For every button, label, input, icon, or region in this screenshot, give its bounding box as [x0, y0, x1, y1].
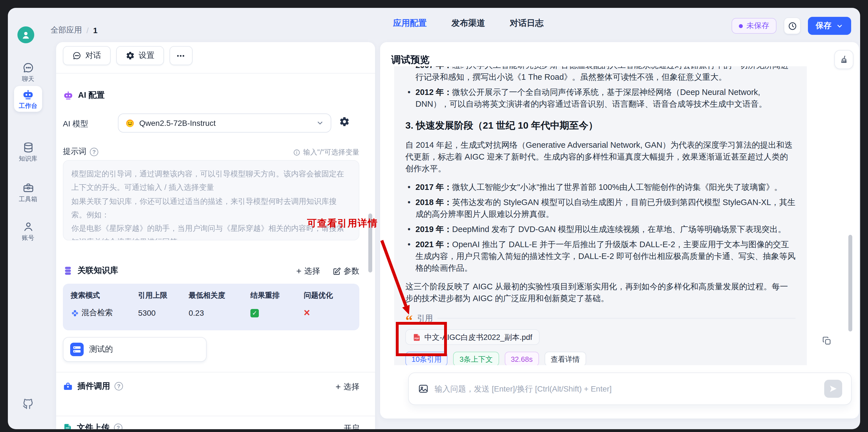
message-paragraph: 这三个阶段反映了 AIGC 从最初的实验性项目到逐渐实用化，再到如今的多样化和高…	[405, 281, 796, 305]
dataset-name: 测试的	[89, 344, 113, 354]
sidebar-item-toolbox[interactable]: 工具箱	[8, 182, 48, 203]
variable-hint-text: 输入"/"可选择变量	[303, 148, 359, 157]
tab-app-config[interactable]: 应用配置	[393, 18, 427, 29]
annotation-highlight-box	[396, 322, 447, 356]
list-item: 2018 年：英伟达发布的 StyleGAN 模型可以自动生成图片，目前已升级到…	[406, 197, 796, 220]
clear-chat-button[interactable]	[834, 50, 854, 69]
file-upload-header: 文件上传 ?	[63, 423, 122, 429]
sidebar-item-account[interactable]: 账号	[8, 221, 48, 241]
kb-select-button[interactable]: + 选择	[296, 266, 320, 277]
chat-input-bar	[408, 372, 852, 405]
kb-select-label: 选择	[304, 266, 320, 277]
chat-test-label: 对话	[85, 51, 101, 61]
more-icon: •••	[177, 52, 185, 59]
message-heading: 3. 快速发展阶段（21 世纪 10 年代中期至今）	[405, 119, 796, 133]
file-upload-status[interactable]: 开启	[344, 424, 359, 429]
sidebar-label: 知识库	[19, 155, 37, 162]
item-text: DeepMind 发布了 DVD-GAN 模型用以生成连续视频，在草地、广场等明…	[452, 225, 786, 234]
help-icon[interactable]: ?	[90, 147, 98, 156]
chat-input[interactable]	[435, 384, 818, 393]
list-item: 2012 年：微软公开展示了一个全自动同声传译系统，基于深层神经网络（Deep …	[406, 87, 796, 110]
citation-divider	[437, 318, 796, 318]
year-label: 2007 年：	[415, 66, 452, 70]
sidebar-item-datasets[interactable]: 知识库	[8, 142, 48, 162]
kb-query-extension-value: ×	[304, 308, 351, 318]
list-item: 2017 年：微软人工智能少女"小冰"推出了世界首部 100%由人工智能创作的诗…	[406, 181, 796, 193]
breadcrumb-root[interactable]: 全部应用	[51, 25, 82, 35]
settings-button[interactable]: 设置	[116, 46, 164, 65]
sidebar: 聊天 工作台 知识库 工具箱 账号	[8, 44, 48, 429]
ai-config-header: AI 配置	[63, 90, 105, 100]
kb-table-row: 混合检索 5300 0.23 ✓ ×	[71, 308, 351, 318]
divider	[56, 416, 375, 416]
divider	[56, 73, 375, 74]
year-label: 2017 年：	[415, 182, 452, 192]
config-toolbar: 对话 设置 •••	[63, 46, 192, 65]
year-label: 2018 年：	[415, 198, 452, 207]
send-icon	[829, 384, 838, 393]
save-button[interactable]: 保存	[808, 17, 851, 35]
more-button[interactable]: •••	[169, 46, 192, 65]
duration-chip[interactable]: 32.68s	[504, 352, 539, 365]
chevron-down-icon	[316, 119, 324, 127]
model-settings-button[interactable]	[339, 116, 350, 127]
kb-actions: + 选择 参数	[296, 266, 359, 277]
huggingface-icon	[125, 118, 135, 128]
context-count-chip[interactable]: 3条上下文	[453, 352, 499, 365]
assistant-message: 2007 年：纽约大学人工智能研究员罗斯·古德温装配的人工智能系统通过对公路旅行…	[394, 66, 807, 365]
timeline-list: 2017 年：微软人工智能少女"小冰"推出了世界首部 100%由人工智能创作的诗…	[406, 181, 796, 274]
unsaved-dot-icon	[739, 24, 743, 28]
kb-quote-limit-value: 5300	[138, 309, 189, 317]
github-link[interactable]	[22, 398, 34, 410]
ai-robot-icon	[63, 90, 73, 100]
preview-scrollbar[interactable]	[848, 235, 852, 332]
copy-message-button[interactable]	[822, 336, 832, 345]
view-details-chip[interactable]: 查看详情	[545, 352, 586, 365]
model-select[interactable]: Qwen2.5-72B-Instruct	[118, 113, 331, 133]
plugin-select-button[interactable]: + 选择	[336, 382, 359, 392]
kb-settings-table[interactable]: 搜索模式 引用上限 最低相关度 结果重排 问题优化 混合检索 5300 0.23…	[63, 284, 359, 330]
sidebar-label: 账号	[22, 234, 34, 241]
kb-rerank-value: ✓	[250, 309, 304, 317]
model-value: Qwen2.5-72B-Instruct	[139, 118, 216, 127]
chevron-down-icon	[836, 22, 843, 29]
file-upload-title: 文件上传	[77, 423, 110, 429]
item-text: 微软公开展示了一个全自动同声传译系统，基于深层神经网络（Deep Neural …	[415, 88, 767, 108]
dataset-card[interactable]: 测试的	[63, 337, 207, 362]
unsaved-label: 未保存	[746, 21, 769, 31]
app-frame: 全部应用 / 1 应用配置 发布渠道 对话日志 未保存 保存 聊天 工作台	[8, 8, 860, 429]
chat-test-button[interactable]: 对话	[63, 46, 111, 65]
help-icon[interactable]: ?	[115, 382, 123, 391]
broom-icon	[839, 55, 849, 64]
chat-scroll-area[interactable]: 2007 年：纽约大学人工智能研究员罗斯·古德温装配的人工智能系统通过对公路旅行…	[391, 66, 820, 365]
gear-icon	[339, 116, 350, 127]
gear-icon	[126, 51, 135, 60]
file-icon	[63, 423, 72, 429]
user-icon	[21, 30, 31, 40]
kb-col-search-mode: 搜索模式	[71, 290, 138, 300]
sidebar-label: 工作台	[19, 102, 37, 110]
avatar[interactable]	[18, 26, 34, 43]
history-button[interactable]	[784, 18, 801, 34]
tab-chat-logs[interactable]: 对话日志	[510, 18, 544, 29]
kb-params-label: 参数	[344, 266, 359, 277]
image-upload-icon[interactable]	[418, 383, 429, 394]
kb-params-button[interactable]: 参数	[332, 266, 359, 277]
config-panel: 对话 设置 ••• AI 配置 AI 模型 Qwen2.5-72B-Instru…	[56, 42, 375, 429]
plus-icon: +	[296, 266, 302, 277]
tab-publish-channel[interactable]: 发布渠道	[452, 18, 485, 29]
send-button[interactable]	[824, 380, 842, 398]
header-actions: 未保存 保存	[731, 17, 851, 35]
sidebar-item-workbench[interactable]: 工作台	[14, 86, 42, 112]
help-icon[interactable]: ?	[114, 424, 122, 429]
robot-icon	[22, 88, 34, 100]
sidebar-label: 工具箱	[19, 196, 37, 203]
settings-label: 设置	[139, 51, 154, 61]
file-upload-actions: 开启	[344, 424, 359, 429]
toolbox-icon	[22, 182, 34, 194]
edit-icon	[332, 267, 341, 276]
sidebar-item-chat[interactable]: 聊天	[8, 62, 48, 83]
annotation-arrow-icon	[372, 234, 422, 319]
sidebar-label: 聊天	[22, 75, 34, 83]
header-tabs: 应用配置 发布渠道 对话日志	[393, 18, 544, 29]
